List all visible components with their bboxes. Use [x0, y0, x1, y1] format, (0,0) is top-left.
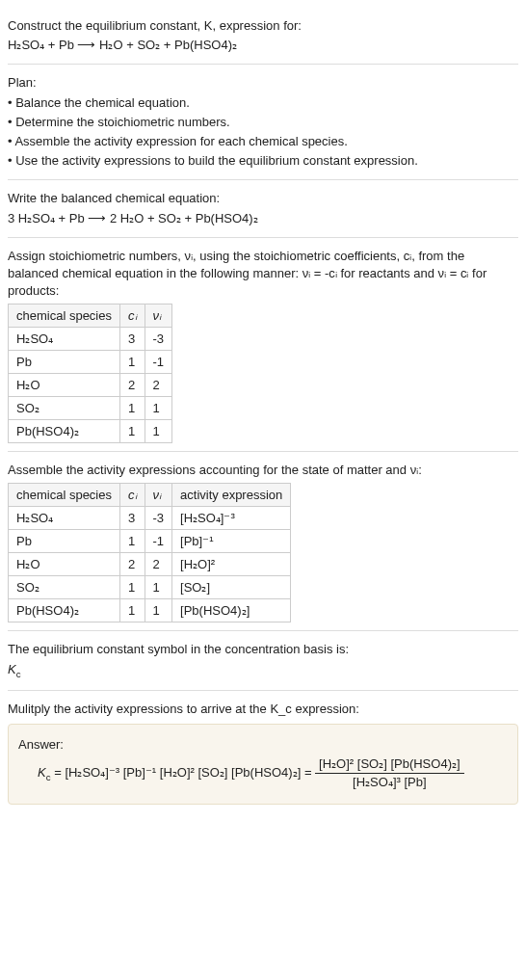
- cell: -3: [145, 507, 172, 530]
- cell: [SO₂]: [172, 576, 291, 599]
- cell: Pb: [9, 351, 120, 374]
- cell: -1: [145, 351, 172, 374]
- cell: 1: [145, 420, 172, 443]
- cell: 1: [145, 576, 172, 599]
- intro-text1: Construct the equilibrium constant, K, e…: [8, 18, 302, 33]
- equals: =: [54, 765, 65, 780]
- intro-section: Construct the equilibrium constant, K, e…: [8, 8, 518, 65]
- plan-item-4: • Use the activity expressions to build …: [8, 152, 518, 170]
- answer-flat: [H₂SO₄]⁻³ [Pb]⁻¹ [H₂O]² [SO₂] [Pb(HSO4)₂…: [65, 765, 301, 780]
- cell: SO₂: [9, 576, 120, 599]
- cell: 1: [120, 351, 145, 374]
- cell: Pb(HSO4)₂: [9, 420, 120, 443]
- table-row: H₂SO₄3-3[H₂SO₄]⁻³: [9, 507, 291, 530]
- table-row: Pb(HSO4)₂11[Pb(HSO4)₂]: [9, 599, 291, 622]
- answer-fraction: [H₂O]² [SO₂] [Pb(HSO4)₂] [H₂SO₄]³ [Pb]: [315, 755, 463, 791]
- intro-equation: H₂SO₄ + Pb ⟶ H₂O + SO₂ + Pb(HSO4)₂: [8, 37, 518, 54]
- cell: 2: [145, 553, 172, 576]
- cell: 1: [120, 530, 145, 553]
- answer-label: Answer:: [18, 736, 508, 754]
- cell: 2: [145, 374, 172, 397]
- cell: 1: [145, 397, 172, 420]
- answer-sub: c: [46, 772, 51, 782]
- frac-num: [H₂O]² [SO₂] [Pb(HSO4)₂]: [315, 755, 463, 774]
- table-row: Pb(HSO4)₂11: [9, 420, 172, 443]
- th-vi: νᵢ: [145, 484, 172, 507]
- cell: Pb(HSO4)₂: [9, 599, 120, 622]
- plan-section: Plan: • Balance the chemical equation. •…: [8, 65, 518, 180]
- vi-label: νᵢ: [153, 488, 162, 502]
- cell: -3: [145, 328, 172, 351]
- table-row: SO₂11: [9, 397, 172, 420]
- plan-item-2: • Determine the stoichiometric numbers.: [8, 114, 518, 131]
- cell: -1: [145, 530, 172, 553]
- plan-item-1: • Balance the chemical equation.: [8, 94, 518, 112]
- cell: 1: [120, 576, 145, 599]
- activity-section: Assemble the activity expressions accoun…: [8, 452, 518, 631]
- cell: 1: [120, 420, 145, 443]
- cell: H₂O: [9, 374, 120, 397]
- kc-symbol: Kc: [8, 661, 518, 680]
- frac-den: [H₂SO₄]³ [Pb]: [315, 774, 463, 791]
- kc-symbol-text: The equilibrium constant symbol in the c…: [8, 641, 518, 658]
- cell: 1: [120, 599, 145, 622]
- cell: H₂SO₄: [9, 328, 120, 351]
- cell: 2: [120, 374, 145, 397]
- cell: [Pb(HSO4)₂]: [172, 599, 291, 622]
- balanced-title: Write the balanced chemical equation:: [8, 190, 518, 207]
- multiply-title: Mulitply the activity expressions to arr…: [8, 701, 518, 718]
- table-row: SO₂11[SO₂]: [9, 576, 291, 599]
- activity-table: chemical species cᵢ νᵢ activity expressi…: [8, 483, 291, 622]
- cell: SO₂: [9, 397, 120, 420]
- table-row: Pb1-1[Pb]⁻¹: [9, 530, 291, 553]
- table-header-row: chemical species cᵢ νᵢ: [9, 305, 172, 328]
- activity-title: Assemble the activity expressions accoun…: [8, 462, 518, 479]
- stoich-table: chemical species cᵢ νᵢ H₂SO₄3-3 Pb1-1 H₂…: [8, 304, 172, 443]
- cell: H₂O: [9, 553, 120, 576]
- ci-label: cᵢ: [128, 308, 137, 323]
- cell: [H₂O]²: [172, 553, 291, 576]
- th-species: chemical species: [9, 305, 120, 328]
- answer-expression: Kc = [H₂SO₄]⁻³ [Pb]⁻¹ [H₂O]² [SO₂] [Pb(H…: [38, 755, 508, 791]
- cell: H₂SO₄: [9, 507, 120, 530]
- cell: Pb: [9, 530, 120, 553]
- kc-K: K: [8, 662, 16, 676]
- cell: 3: [120, 328, 145, 351]
- stoich-section: Assign stoichiometric numbers, νᵢ, using…: [8, 238, 518, 453]
- table-row: H₂O22: [9, 374, 172, 397]
- answer-K: K: [38, 765, 46, 780]
- cell: 3: [120, 507, 145, 530]
- table-row: H₂SO₄3-3: [9, 328, 172, 351]
- kc-sub: c: [16, 668, 21, 678]
- th-ci: cᵢ: [120, 484, 145, 507]
- table-header-row: chemical species cᵢ νᵢ activity expressi…: [9, 484, 291, 507]
- vi-label: νᵢ: [153, 308, 162, 323]
- plan-title: Plan:: [8, 74, 518, 92]
- th-vi: νᵢ: [145, 305, 172, 328]
- intro-line1: Construct the equilibrium constant, K, e…: [8, 17, 518, 35]
- cell: [Pb]⁻¹: [172, 530, 291, 553]
- cell: 1: [120, 397, 145, 420]
- th-species: chemical species: [9, 484, 120, 507]
- ci-label: cᵢ: [128, 488, 137, 502]
- th-ci: cᵢ: [120, 305, 145, 328]
- cell: 1: [145, 599, 172, 622]
- table-row: H₂O22[H₂O]²: [9, 553, 291, 576]
- kc-symbol-section: The equilibrium constant symbol in the c…: [8, 631, 518, 690]
- balanced-section: Write the balanced chemical equation: 3 …: [8, 180, 518, 237]
- table-row: Pb1-1: [9, 351, 172, 374]
- equals2: =: [304, 765, 315, 780]
- balanced-equation: 3 H₂SO₄ + Pb ⟶ 2 H₂O + SO₂ + Pb(HSO4)₂: [8, 210, 518, 227]
- th-expr: activity expression: [172, 484, 291, 507]
- stoich-desc: Assign stoichiometric numbers, νᵢ, using…: [8, 248, 518, 301]
- answer-box: Answer: Kc = [H₂SO₄]⁻³ [Pb]⁻¹ [H₂O]² [SO…: [8, 724, 518, 805]
- plan-item-3: • Assemble the activity expression for e…: [8, 133, 518, 150]
- cell: [H₂SO₄]⁻³: [172, 507, 291, 530]
- multiply-section: Mulitply the activity expressions to arr…: [8, 691, 518, 812]
- cell: 2: [120, 553, 145, 576]
